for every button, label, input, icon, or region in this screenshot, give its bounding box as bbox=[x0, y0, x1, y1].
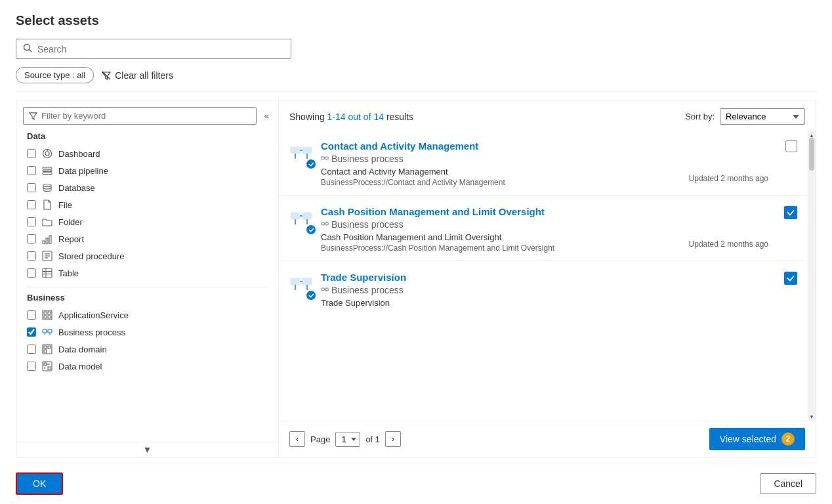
checked-checkbox-3[interactable] bbox=[784, 272, 797, 285]
svg-rect-56 bbox=[325, 222, 329, 225]
file-icon bbox=[41, 199, 53, 211]
section-divider bbox=[27, 287, 268, 287]
filter-item-data-model[interactable]: Data model bbox=[16, 358, 278, 375]
filter-item-file[interactable]: File bbox=[16, 196, 278, 213]
filter-item-database[interactable]: Database bbox=[16, 179, 278, 196]
checkbox-business-process[interactable] bbox=[27, 327, 36, 337]
file-label: File bbox=[58, 200, 72, 210]
checkbox-database[interactable] bbox=[27, 183, 36, 192]
svg-rect-64 bbox=[325, 288, 329, 291]
svg-rect-38 bbox=[44, 363, 47, 366]
svg-rect-14 bbox=[49, 236, 51, 243]
asset-checkbox-1[interactable] bbox=[785, 140, 797, 152]
filter-item-table[interactable]: Table bbox=[16, 264, 278, 282]
checkbox-dashboard[interactable] bbox=[27, 149, 36, 158]
checkbox-data-model[interactable] bbox=[27, 362, 36, 371]
asset-checkbox-3[interactable] bbox=[784, 272, 797, 285]
scroll-up-arrow[interactable]: ▲ bbox=[809, 133, 814, 136]
svg-rect-27 bbox=[48, 316, 51, 318]
selected-badge-1 bbox=[306, 159, 316, 169]
svg-rect-10 bbox=[43, 173, 52, 175]
checkbox-application-service[interactable] bbox=[27, 310, 36, 320]
asset-list: Contact and Activity Management Business… bbox=[279, 130, 808, 421]
asset-updated-1: Updated 2 months ago bbox=[689, 174, 768, 183]
svg-rect-48 bbox=[325, 157, 329, 159]
checkbox-stored-procedure[interactable] bbox=[27, 251, 36, 261]
asset-title-1[interactable]: Contact and Activity Management bbox=[321, 140, 797, 152]
asset-title-3[interactable]: Trade Supervision bbox=[321, 272, 797, 283]
svg-rect-8 bbox=[43, 167, 52, 169]
filter-item-report[interactable]: Report bbox=[16, 230, 278, 247]
results-and-scroll: Contact and Activity Management Business… bbox=[279, 130, 816, 421]
view-selected-button[interactable]: View selected 2 bbox=[709, 428, 805, 450]
svg-rect-34 bbox=[44, 346, 47, 348]
scrollbar-thumb[interactable] bbox=[809, 138, 814, 171]
report-icon bbox=[41, 233, 53, 245]
left-panel-scroll: Data Dashboard Data pipeline bbox=[16, 126, 278, 442]
prev-page-button[interactable]: ‹ bbox=[289, 431, 305, 447]
filter-item-application-service[interactable]: ApplicationService bbox=[16, 306, 278, 324]
dialog-footer: OK Cancel bbox=[16, 463, 816, 504]
results-highlight: 1-14 out of 14 bbox=[327, 112, 384, 122]
asset-type-2: Business process bbox=[321, 219, 797, 230]
sort-select[interactable]: Relevance Name Modified bbox=[720, 108, 805, 125]
page-of-label: of 1 bbox=[365, 434, 380, 444]
filter-item-folder[interactable]: Folder bbox=[16, 213, 278, 230]
results-header: Showing 1-14 out of 14 results Sort by: … bbox=[279, 100, 816, 130]
application-service-icon bbox=[41, 309, 53, 321]
checkbox-folder[interactable] bbox=[27, 217, 36, 226]
ok-button[interactable]: OK bbox=[16, 472, 63, 495]
cancel-button[interactable]: Cancel bbox=[760, 473, 816, 494]
search-icon bbox=[23, 43, 32, 54]
clear-filters-button[interactable]: Clear all filters bbox=[102, 70, 173, 81]
scroll-down-indicator: ▼ bbox=[16, 442, 278, 457]
filter-item-data-domain[interactable]: Data domain bbox=[16, 341, 278, 358]
asset-type-label-3: Business process bbox=[331, 285, 404, 295]
data-model-label: Data model bbox=[58, 362, 102, 371]
checkbox-data-pipeline[interactable] bbox=[27, 166, 36, 175]
results-suffix: results bbox=[384, 112, 413, 122]
filter-item-business-process[interactable]: Business process bbox=[16, 324, 278, 341]
page-select[interactable]: 1 bbox=[335, 432, 360, 447]
checkbox-data-domain[interactable] bbox=[27, 345, 36, 354]
data-section-label: Data bbox=[27, 131, 268, 141]
asset-type-1: Business process bbox=[321, 154, 797, 164]
filter-item-dashboard[interactable]: Dashboard bbox=[16, 145, 278, 162]
folder-icon bbox=[41, 216, 53, 228]
filter-icon-small bbox=[29, 112, 37, 120]
application-service-label: ApplicationService bbox=[58, 310, 129, 320]
checkbox-report[interactable] bbox=[27, 234, 36, 243]
filter-item-stored-procedure[interactable]: Stored procedure bbox=[16, 247, 278, 264]
asset-icon-wrap-2 bbox=[289, 207, 313, 233]
asset-type-label-2: Business process bbox=[331, 219, 404, 230]
next-page-button[interactable]: › bbox=[385, 431, 401, 447]
filter-keyword-input[interactable] bbox=[41, 111, 251, 121]
svg-rect-63 bbox=[322, 288, 325, 291]
asset-title-2[interactable]: Cash Position Management and Limit Overs… bbox=[321, 206, 797, 217]
clear-filters-label: Clear all filters bbox=[115, 70, 173, 81]
scrollbar[interactable]: ▲ ▼ bbox=[808, 130, 816, 421]
filter-item-data-pipeline[interactable]: Data pipeline bbox=[16, 162, 278, 179]
asset-checkbox-2[interactable] bbox=[784, 206, 797, 219]
search-input[interactable] bbox=[37, 44, 284, 54]
asset-name-3: Trade Supervision bbox=[321, 298, 797, 308]
table-label: Table bbox=[58, 268, 79, 278]
checkbox-table[interactable] bbox=[27, 268, 36, 278]
scroll-down-arrow[interactable]: ▼ bbox=[809, 414, 814, 418]
collapse-panel-button[interactable]: « bbox=[262, 110, 272, 122]
svg-rect-24 bbox=[44, 312, 47, 314]
checkbox-file[interactable] bbox=[27, 200, 36, 209]
svg-rect-28 bbox=[43, 329, 47, 333]
search-bar[interactable] bbox=[16, 39, 291, 59]
page-label: Page bbox=[310, 434, 330, 444]
svg-line-1 bbox=[30, 50, 32, 52]
stored-procedure-icon bbox=[41, 250, 53, 262]
svg-rect-42 bbox=[291, 147, 300, 154]
source-type-button[interactable]: Source type : all bbox=[16, 67, 94, 83]
unchecked-checkbox-1[interactable] bbox=[785, 140, 797, 152]
checked-checkbox-2[interactable] bbox=[784, 206, 797, 219]
business-process-icon bbox=[41, 326, 53, 338]
results-summary: Showing bbox=[289, 112, 327, 122]
svg-rect-35 bbox=[48, 346, 51, 348]
svg-rect-55 bbox=[322, 222, 325, 225]
